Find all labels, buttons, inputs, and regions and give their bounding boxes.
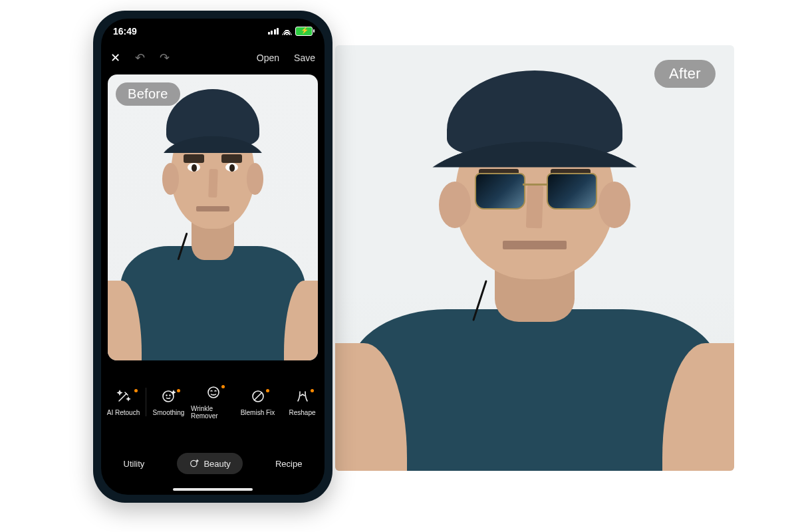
tool-reshape[interactable]: Reshape <box>280 388 325 416</box>
after-photo <box>335 45 734 471</box>
phone-device-frame: 16:49 ⚡ ✕ ↶ ↷ Open Save <box>93 11 332 503</box>
tab-label: Beauty <box>203 459 230 469</box>
editor-canvas[interactable]: Before <box>108 74 318 360</box>
face-sparkle-icon <box>189 458 200 469</box>
home-indicator[interactable] <box>173 488 253 491</box>
phone-notch <box>163 19 263 35</box>
undo-button[interactable]: ↶ <box>135 51 145 65</box>
battery-charging-icon: ⚡ <box>295 27 313 36</box>
after-panel: After <box>335 45 734 471</box>
pinch-reshape-icon <box>294 388 311 405</box>
beauty-tool-strip: AI Retouch Smoothing Wrinkle Remover <box>101 374 325 430</box>
open-button[interactable]: Open <box>257 53 279 63</box>
new-badge-dot <box>177 389 180 392</box>
after-person-illustration <box>335 45 734 471</box>
new-badge-dot <box>221 385 225 388</box>
svg-point-1 <box>166 395 167 396</box>
status-time: 16:49 <box>113 26 137 37</box>
face-sparkle-icon <box>160 388 178 405</box>
tool-smoothing[interactable]: Smoothing <box>146 388 191 416</box>
new-badge-dot <box>134 389 138 392</box>
close-button[interactable]: ✕ <box>110 51 120 65</box>
tab-label: Utility <box>124 459 145 469</box>
redo-button[interactable]: ↷ <box>160 51 170 65</box>
tab-beauty[interactable]: Beauty <box>177 453 242 474</box>
tool-wrinkle-remover[interactable]: Wrinkle Remover <box>191 384 235 420</box>
tab-recipe[interactable]: Recipe <box>263 454 314 474</box>
wifi-icon <box>282 28 292 35</box>
save-button[interactable]: Save <box>294 53 315 63</box>
tool-label: Wrinkle Remover <box>191 405 235 420</box>
tool-label: Reshape <box>289 409 315 416</box>
tab-label: Recipe <box>275 459 302 469</box>
tool-blemish-fix[interactable]: Blemish Fix <box>235 388 280 416</box>
cellular-signal-icon <box>268 28 279 35</box>
phone-screen: 16:49 ⚡ ✕ ↶ ↷ Open Save <box>101 19 325 495</box>
svg-point-5 <box>191 460 197 466</box>
wand-icon <box>115 388 132 405</box>
circle-slash-icon <box>249 388 267 405</box>
after-badge: After <box>654 60 716 88</box>
before-person-illustration <box>108 74 318 360</box>
tool-label: AI Retouch <box>107 409 140 416</box>
smiley-wrinkle-icon <box>205 384 222 401</box>
new-badge-dot <box>311 389 314 392</box>
tool-label: Blemish Fix <box>241 409 275 416</box>
editor-toolbar: ✕ ↶ ↷ Open Save <box>101 44 325 72</box>
tab-utility[interactable]: Utility <box>112 454 157 474</box>
svg-point-3 <box>208 387 219 398</box>
bottom-tab-bar: Utility Beauty Recipe <box>101 447 325 480</box>
svg-point-2 <box>170 395 170 396</box>
new-badge-dot <box>266 389 269 392</box>
tool-label: Smoothing <box>153 409 185 416</box>
before-badge: Before <box>116 82 180 106</box>
tool-ai-retouch[interactable]: AI Retouch <box>101 388 146 416</box>
